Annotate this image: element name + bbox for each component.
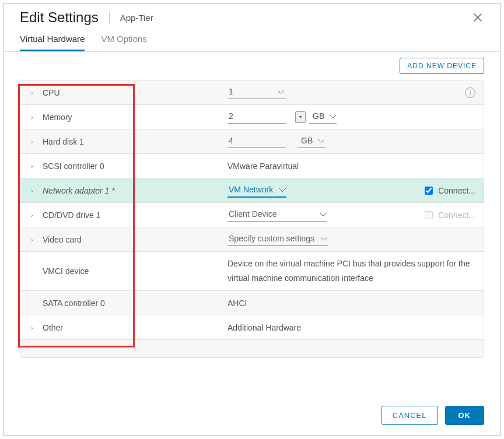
row-sata: › SATA controller 0 AHCI bbox=[20, 291, 484, 315]
scsi-value: VMware Paravirtual bbox=[228, 161, 299, 171]
memory-stepper[interactable]: ▾ bbox=[295, 111, 306, 123]
network-connect-checkbox[interactable] bbox=[425, 187, 433, 195]
chevron-right-icon[interactable]: › bbox=[31, 163, 38, 170]
sata-value: AHCI bbox=[228, 298, 247, 308]
vmci-value: Device on the virtual machine PCI bus th… bbox=[228, 257, 475, 286]
dialog-footer: CANCEL OK bbox=[382, 406, 484, 425]
toolbar: ADD NEW DEVICE bbox=[4, 52, 501, 80]
cd-label: CD/DVD drive 1 bbox=[43, 210, 101, 220]
cpu-count-select[interactable]: 1 bbox=[228, 86, 286, 99]
chevron-right-icon[interactable]: › bbox=[31, 324, 38, 331]
row-cpu: › CPU 1 i bbox=[20, 80, 484, 105]
chevron-right-icon[interactable]: › bbox=[31, 138, 38, 145]
row-disk: › Hard disk 1 GB bbox=[20, 129, 484, 154]
disk-unit-select[interactable]: GB bbox=[298, 135, 325, 148]
network-connect[interactable]: Connect... bbox=[422, 185, 475, 196]
row-video-card: › Video card Specify custom settings bbox=[20, 227, 484, 252]
sata-label: SATA controller 0 bbox=[43, 298, 105, 308]
hardware-panel: › CPU 1 i › Memory ▾ GB bbox=[20, 80, 484, 358]
tab-virtual-hardware[interactable]: Virtual Hardware bbox=[20, 29, 85, 51]
add-new-device-button[interactable]: ADD NEW DEVICE bbox=[400, 58, 484, 74]
network-label: Network adapter 1 * bbox=[43, 186, 115, 195]
network-connect-label: Connect... bbox=[438, 186, 475, 195]
row-vmci: › VMCI device Device on the virtual mach… bbox=[20, 252, 484, 291]
edit-settings-dialog: Edit Settings App-Tier Virtual Hardware … bbox=[3, 3, 501, 436]
memory-label: Memory bbox=[43, 113, 72, 122]
tabs: Virtual Hardware VM Options bbox=[4, 29, 501, 52]
info-icon[interactable]: i bbox=[465, 87, 475, 98]
other-value: Additional Hardware bbox=[228, 323, 301, 332]
cd-connect-label: Connect... bbox=[438, 210, 475, 220]
chevron-right-icon[interactable]: › bbox=[31, 236, 38, 243]
network-select[interactable]: VM Network bbox=[228, 184, 286, 198]
scsi-label: SCSI controller 0 bbox=[43, 161, 104, 171]
video-select[interactable]: Specify custom settings bbox=[228, 233, 328, 246]
memory-value-input[interactable] bbox=[228, 110, 286, 124]
row-other: › Other Additional Hardware bbox=[20, 315, 484, 340]
tab-vm-options[interactable]: VM Options bbox=[101, 29, 146, 51]
video-label: Video card bbox=[43, 235, 82, 244]
cpu-label: CPU bbox=[43, 88, 60, 97]
memory-unit-select[interactable]: GB bbox=[309, 110, 337, 124]
cancel-button[interactable]: CANCEL bbox=[382, 406, 438, 425]
chevron-right-icon[interactable]: › bbox=[31, 114, 38, 121]
other-label: Other bbox=[43, 323, 63, 332]
cd-device-select[interactable]: Client Device bbox=[228, 208, 327, 222]
cd-connect-checkbox bbox=[425, 211, 433, 219]
chevron-right-icon[interactable]: › bbox=[31, 89, 38, 96]
row-memory: › Memory ▾ GB bbox=[20, 105, 484, 129]
disk-size-input[interactable] bbox=[228, 135, 286, 148]
chevron-right-icon[interactable]: › bbox=[31, 212, 38, 219]
cd-connect: Connect... bbox=[422, 209, 475, 221]
dialog-header: Edit Settings App-Tier bbox=[4, 3, 501, 29]
row-empty bbox=[20, 340, 484, 357]
dialog-title: Edit Settings bbox=[20, 9, 99, 26]
vm-name: App-Tier bbox=[120, 13, 153, 23]
ok-button[interactable]: OK bbox=[445, 406, 485, 425]
row-scsi: › SCSI controller 0 VMware Paravirtual bbox=[20, 154, 484, 178]
disk-label: Hard disk 1 bbox=[43, 137, 84, 146]
chevron-right-icon[interactable]: › bbox=[31, 187, 38, 194]
row-cd-dvd: › CD/DVD drive 1 Client Device Connect..… bbox=[20, 203, 484, 227]
row-network-adapter: › Network adapter 1 * VM Network Connect… bbox=[20, 178, 484, 203]
vmci-label: VMCI device bbox=[43, 266, 89, 276]
close-icon[interactable] bbox=[471, 11, 484, 24]
divider bbox=[109, 11, 110, 24]
